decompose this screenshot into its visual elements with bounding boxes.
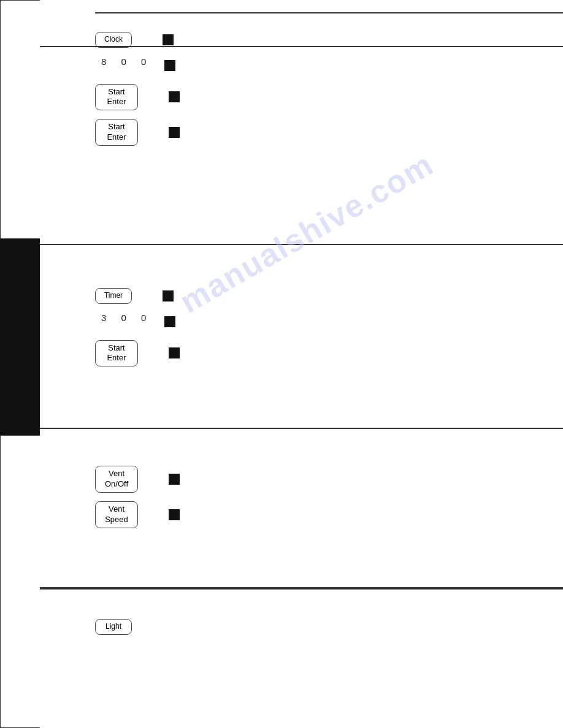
timer-start-enter-button[interactable]: Start Enter [95, 340, 138, 367]
timer-button[interactable]: Timer [95, 288, 132, 304]
section-clock: Clock 8 0 0 Start Enter Start Enter [40, 0, 563, 245]
clock-indicator-4 [169, 127, 180, 138]
sidebar-white-bottom [0, 435, 40, 728]
clock-button-row: Clock [95, 32, 563, 48]
clock-section-content: Clock 8 0 0 Start Enter Start Enter [95, 13, 563, 146]
timer-indicator-3 [169, 347, 180, 358]
section-light: Light [40, 588, 563, 692]
section-timer: Timer 3 0 0 Start Enter [40, 245, 563, 429]
main-content: Clock 8 0 0 Start Enter Start Enter Time… [40, 0, 563, 692]
clock-start-enter-button-2[interactable]: Start Enter [95, 119, 138, 146]
clock-indicator-2 [164, 60, 175, 71]
left-sidebar [0, 0, 40, 728]
clock-start-enter-button-1[interactable]: Start Enter [95, 84, 138, 111]
vent-onoff-row: Vent On/Off [95, 466, 563, 493]
vent-indicator-2 [169, 509, 180, 520]
sidebar-white-top [0, 0, 40, 239]
vent-indicator-1 [169, 474, 180, 485]
clock-start-enter-row-2: Start Enter [95, 119, 563, 146]
clock-button[interactable]: Clock [95, 32, 132, 48]
section-vent: Vent On/Off Vent Speed [40, 429, 563, 588]
clock-digits-row: 8 0 0 [95, 56, 563, 75]
clock-digits: 8 0 0 [95, 56, 152, 67]
light-button-row: Light [95, 607, 563, 635]
clock-indicator-3 [169, 91, 180, 102]
timer-button-row: Timer [95, 288, 563, 304]
vent-speed-row: Vent Speed [95, 501, 563, 528]
timer-indicator-2 [164, 316, 175, 327]
timer-indicator-1 [163, 290, 174, 301]
timer-digits-row: 3 0 0 [95, 313, 563, 332]
timer-digits: 3 0 0 [95, 313, 152, 323]
vent-onoff-button[interactable]: Vent On/Off [95, 466, 138, 493]
timer-start-enter-row: Start Enter [95, 340, 563, 367]
light-button[interactable]: Light [95, 619, 132, 635]
clock-start-enter-row-1: Start Enter [95, 84, 563, 111]
timer-section-content: Timer 3 0 0 Start Enter [95, 257, 563, 366]
sidebar-black-mid [0, 239, 40, 435]
vent-speed-button[interactable]: Vent Speed [95, 501, 138, 528]
clock-indicator-1 [163, 34, 174, 45]
